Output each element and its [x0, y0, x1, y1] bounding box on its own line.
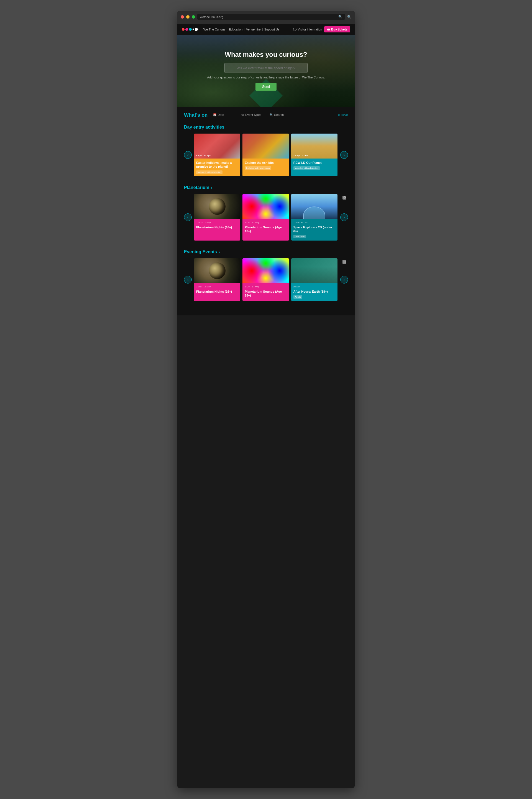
evening-events-title: Evening Events — [184, 249, 217, 254]
maximize-button[interactable] — [192, 15, 195, 19]
card-date-easter: 6 Apr - 27 Apr — [196, 154, 211, 157]
calendar-icon: 📅 — [213, 113, 216, 116]
card-easter-holidays[interactable]: 6 Apr - 27 Apr Easter holidays - make a … — [194, 134, 240, 176]
nav-link-venue-hire[interactable]: Venue hire — [244, 28, 263, 31]
card-date-ev-sounds: 1 Oct - 17 May — [245, 285, 286, 288]
card-planetarium-sounds[interactable]: 1 Oct - 17 May Planetarium Sounds (Age 1… — [243, 194, 289, 241]
date-filter-label: Date — [217, 113, 224, 116]
card-space-explorers[interactable]: 1 Jan - 31 Dec Space Explorers 2D (under… — [291, 194, 338, 241]
hero-subtitle: Add your question to our map of curiosit… — [183, 76, 349, 79]
evening-events-cards-row: 1 Oct - 16 May Planetarium Nights (16+) … — [194, 258, 338, 301]
card-title-ev-nights: Planetarium Nights (16+) — [196, 290, 238, 293]
nav-left: We The Curious Education Venue hire Supp… — [182, 28, 281, 31]
site-nav: We The Curious Education Venue hire Supp… — [177, 24, 355, 35]
day-entry-prev-btn[interactable]: ‹ — [184, 151, 192, 159]
card-img-rewild: 12 Apr - 2 Jun — [291, 134, 338, 158]
card-title-after-hours: After Hours: Earth (18+) — [293, 290, 335, 293]
logo-dot-2 — [185, 28, 188, 31]
curiosity-input[interactable] — [229, 66, 303, 70]
browser-controls: wethecurious.org 🔍 🔍 — [180, 14, 352, 20]
card-tag-space: Little ones — [293, 235, 306, 238]
nav-link-education[interactable]: Education — [227, 28, 244, 31]
planetarium-prev-btn[interactable]: ‹ — [184, 213, 192, 221]
close-button[interactable] — [180, 15, 184, 19]
planet-circle-ev — [209, 263, 226, 279]
card-img-easter: 6 Apr - 27 Apr — [194, 134, 240, 158]
card-body-ev-sounds: 1 Oct - 17 May Planetarium Sounds (Age 1… — [243, 283, 289, 301]
card-title-explore: Explore the exhibits — [245, 161, 286, 165]
nav-right: i Visitor information 🎟 Buy tickets — [293, 26, 350, 33]
card-title-easter: Easter holidays - make a promise to the … — [196, 161, 238, 169]
logo[interactable] — [182, 28, 198, 31]
planetarium-title: Planetarium — [184, 185, 209, 190]
card-evening-nights[interactable]: 1 Oct - 16 May Planetarium Nights (16+) … — [194, 258, 240, 301]
event-types-label: Event types — [245, 113, 261, 116]
card-title-sounds: Planetarium Sounds (Age 16+) — [245, 225, 286, 233]
hero-input-wrap — [225, 63, 307, 73]
nav-link-we-the-curious[interactable]: We The Curious — [202, 28, 227, 31]
ticket-icon: 🎟 — [327, 28, 330, 31]
card-body-easter: Easter holidays - make a promise to the … — [194, 158, 240, 176]
card-tag-rewild: Included with admission — [293, 166, 320, 170]
planetarium-section: Planetarium › ‹ 1 Oct - 16 May Planetari… — [184, 185, 348, 241]
search-filter[interactable]: 🔍 Search — [270, 113, 292, 117]
card-body-explore: Explore the exhibits Included with admis… — [243, 158, 289, 176]
card-evening-sounds[interactable]: 1 Oct - 17 May Planetarium Sounds (Age 1… — [243, 258, 289, 301]
card-img-dome — [291, 194, 338, 219]
hero-send-button[interactable]: Send — [255, 83, 277, 91]
day-entry-arrow: › — [226, 125, 227, 129]
logo-shape — [195, 28, 198, 31]
card-date-sounds: 1 Oct - 17 May — [245, 221, 286, 224]
card-body-after-hours: 25 Apr After Hours: Earth (18+) Adults — [291, 283, 338, 301]
evening-events-next-btn[interactable]: › — [340, 276, 348, 284]
day-entry-header: Day entry activities › — [184, 125, 348, 130]
whats-on-title: What's on — [184, 112, 208, 118]
logo-dot-4 — [193, 28, 194, 30]
card-body-sounds: 1 Oct - 17 May Planetarium Sounds (Age 1… — [243, 219, 289, 241]
evening-events-carousel: ‹ 1 Oct - 16 May Planetarium Nights (16+… — [184, 258, 348, 301]
planet-circle — [209, 198, 226, 215]
day-entry-next-btn[interactable]: › — [340, 151, 348, 159]
nav-links: We The Curious Education Venue hire Supp… — [202, 28, 281, 31]
card-tag-explore: Included with admission — [245, 166, 271, 170]
card-after-hours-earth[interactable]: 25 Apr After Hours: Earth (18+) Adults — [291, 258, 338, 301]
card-img-ev-nights — [194, 258, 240, 283]
card-date-rewild: 12 Apr - 2 Jun — [293, 154, 308, 157]
card-rewild[interactable]: 12 Apr - 2 Jun REWILD Our Planet Include… — [291, 134, 338, 176]
address-bar[interactable]: wethecurious.org 🔍 — [197, 14, 345, 20]
planetarium-header: Planetarium › — [184, 185, 348, 190]
date-filter[interactable]: 📅 Date — [213, 113, 238, 117]
hero-content: What makes you curious? Add your questio… — [177, 51, 355, 91]
tag-icon: 🏷 — [241, 113, 244, 116]
evening-events-prev-btn[interactable]: ‹ — [184, 276, 192, 284]
search-icon: 🔍 — [338, 15, 342, 19]
card-title-rewild: REWILD Our Planet — [293, 161, 335, 165]
url-text: wethecurious.org — [200, 15, 223, 19]
card-tag-easter: Included with admission — [196, 170, 223, 174]
planetarium-cards-row: 1 Oct - 16 May Planetarium Nights (16+) … — [194, 194, 338, 241]
clear-button[interactable]: ✕ Clear — [338, 113, 348, 117]
card-title-nights: Planetarium Nights (16+) — [196, 225, 238, 229]
day-entry-carousel: ‹ 6 Apr - 27 Apr Easter holidays - make … — [184, 134, 348, 176]
minimize-button[interactable] — [186, 15, 190, 19]
card-img-nights — [194, 194, 240, 219]
card-body-nights: 1 Oct - 16 May Planetarium Nights (16+) … — [194, 219, 240, 241]
logo-dot-3 — [189, 28, 192, 31]
card-explore-exhibits[interactable]: Explore the exhibits Included with admis… — [243, 134, 289, 176]
card-title-space: Space Explorers 2D (under 6s) — [293, 225, 335, 233]
nav-link-support-us[interactable]: Support Us — [263, 28, 281, 31]
card-img-explore — [243, 134, 289, 158]
planetarium-next-btn[interactable]: › — [340, 213, 348, 221]
event-types-filter[interactable]: 🏷 Event types — [241, 113, 266, 117]
new-tab-search-icon: 🔍 — [347, 15, 352, 19]
buy-tickets-button[interactable]: 🎟 Buy tickets — [324, 26, 350, 33]
visitor-info[interactable]: i Visitor information — [293, 28, 322, 31]
day-entry-section: Day entry activities › ‹ 6 Apr - 27 Apr … — [184, 125, 348, 176]
day-entry-title: Day entry activities — [184, 125, 225, 130]
evening-events-arrow: › — [218, 250, 220, 254]
card-tag-after-hours: Adults — [293, 295, 302, 299]
evening-events-header: Evening Events › — [184, 249, 348, 254]
card-date-ev-nights: 1 Oct - 16 May — [196, 285, 238, 288]
card-planetarium-nights[interactable]: 1 Oct - 16 May Planetarium Nights (16+) … — [194, 194, 240, 241]
card-title-ev-sounds: Planetarium Sounds (Age 16+) — [245, 290, 286, 298]
